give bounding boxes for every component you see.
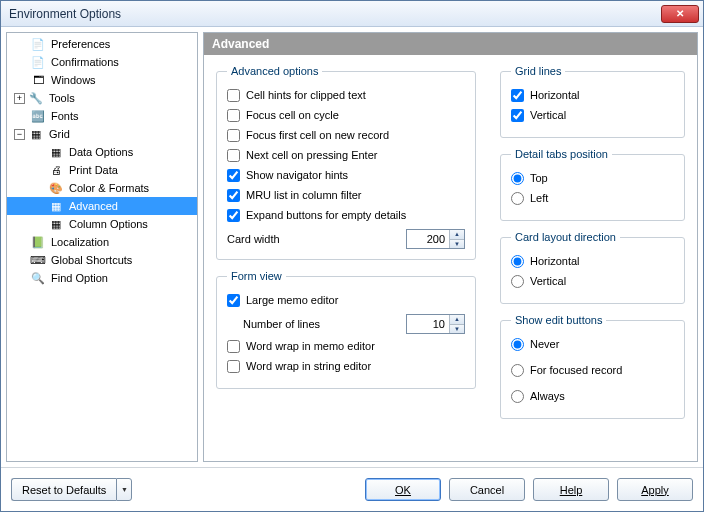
titlebar[interactable]: Environment Options ✕ bbox=[1, 1, 703, 27]
tree-item[interactable]: 🔍Find Option bbox=[7, 269, 197, 287]
close-icon: ✕ bbox=[676, 8, 684, 19]
detail-left-radio[interactable]: Left bbox=[511, 190, 674, 206]
spin-up-icon[interactable]: ▲ bbox=[450, 315, 464, 325]
tree-item-label: Tools bbox=[47, 92, 77, 104]
edit-focused-radio[interactable]: For focused record bbox=[511, 362, 674, 378]
tree-item-icon: 📄 bbox=[30, 54, 46, 70]
mru-filter-checkbox[interactable]: MRU list in column filter bbox=[227, 187, 465, 203]
wrap-string-checkbox[interactable]: Word wrap in string editor bbox=[227, 358, 465, 374]
tree-item-label: Advanced bbox=[67, 200, 120, 212]
advanced-options-legend: Advanced options bbox=[227, 65, 322, 77]
tree-item-label: Global Shortcuts bbox=[49, 254, 134, 266]
page-header: Advanced bbox=[204, 33, 697, 55]
tree-item[interactable]: 🔤Fonts bbox=[7, 107, 197, 125]
tree-item-label: Print Data bbox=[67, 164, 120, 176]
lines-input[interactable] bbox=[407, 315, 449, 333]
tree-item[interactable]: −▦Grid bbox=[7, 125, 197, 143]
large-memo-checkbox[interactable]: Large memo editor bbox=[227, 292, 465, 308]
tree-item[interactable]: 📗Localization bbox=[7, 233, 197, 251]
tree-item-icon: 🗔 bbox=[30, 72, 46, 88]
tree-item-label: Localization bbox=[49, 236, 111, 248]
lines-spinner[interactable]: ▲▼ bbox=[406, 314, 465, 334]
tree-item[interactable]: 📄Confirmations bbox=[7, 53, 197, 71]
tree-item-label: Data Options bbox=[67, 146, 135, 158]
nav-tree[interactable]: 📄Preferences📄Confirmations🗔Windows+🔧Tool… bbox=[6, 32, 198, 462]
tree-item[interactable]: 📄Preferences bbox=[7, 35, 197, 53]
edit-always-radio[interactable]: Always bbox=[511, 388, 674, 404]
window-title: Environment Options bbox=[9, 7, 121, 21]
detail-top-radio[interactable]: Top bbox=[511, 170, 674, 186]
tree-item[interactable]: ▦Advanced bbox=[7, 197, 197, 215]
card-width-input[interactable] bbox=[407, 230, 449, 248]
tree-item-icon: ⌨ bbox=[30, 252, 46, 268]
spin-up-icon[interactable]: ▲ bbox=[450, 230, 464, 240]
edit-buttons-legend: Show edit buttons bbox=[511, 314, 606, 326]
next-enter-checkbox[interactable]: Next cell on pressing Enter bbox=[227, 147, 465, 163]
expand-empty-checkbox[interactable]: Expand buttons for empty details bbox=[227, 207, 465, 223]
wrap-memo-checkbox[interactable]: Word wrap in memo editor bbox=[227, 338, 465, 354]
tree-item-label: Confirmations bbox=[49, 56, 121, 68]
detail-tabs-group: Detail tabs position Top Left bbox=[500, 148, 685, 221]
spin-down-icon[interactable]: ▼ bbox=[450, 240, 464, 249]
grid-lines-group: Grid lines Horizontal Vertical bbox=[500, 65, 685, 138]
spin-down-icon[interactable]: ▼ bbox=[450, 325, 464, 334]
lines-label: Number of lines bbox=[243, 318, 320, 330]
advanced-options-group: Advanced options Cell hints for clipped … bbox=[216, 65, 476, 260]
tree-item-label: Windows bbox=[49, 74, 98, 86]
focus-new-checkbox[interactable]: Focus first cell on new record bbox=[227, 127, 465, 143]
focus-cycle-checkbox[interactable]: Focus cell on cycle bbox=[227, 107, 465, 123]
help-button[interactable]: Help bbox=[533, 478, 609, 501]
tree-item[interactable]: 🗔Windows bbox=[7, 71, 197, 89]
tree-item-icon: ▦ bbox=[48, 144, 64, 160]
tree-item[interactable]: 🎨Color & Formats bbox=[7, 179, 197, 197]
nav-hints-checkbox[interactable]: Show navigator hints bbox=[227, 167, 465, 183]
tree-item-icon: 📗 bbox=[30, 234, 46, 250]
reset-defaults-dropdown[interactable]: ▼ bbox=[116, 478, 132, 501]
reset-defaults-split: Reset to Defaults ▼ bbox=[11, 478, 132, 501]
cancel-button[interactable]: Cancel bbox=[449, 478, 525, 501]
tree-item-label: Color & Formats bbox=[67, 182, 151, 194]
tree-item[interactable]: +🔧Tools bbox=[7, 89, 197, 107]
tree-item-icon: ▦ bbox=[48, 216, 64, 232]
dialog-footer: Reset to Defaults ▼ OK Cancel Help Apply bbox=[1, 467, 703, 511]
form-view-group: Form view Large memo editor Number of li… bbox=[216, 270, 476, 389]
card-width-label: Card width bbox=[227, 233, 280, 245]
cell-hints-checkbox[interactable]: Cell hints for clipped text bbox=[227, 87, 465, 103]
tree-item[interactable]: 🖨Print Data bbox=[7, 161, 197, 179]
card-layout-group: Card layout direction Horizontal Vertica… bbox=[500, 231, 685, 304]
close-button[interactable]: ✕ bbox=[661, 5, 699, 23]
tree-item[interactable]: ⌨Global Shortcuts bbox=[7, 251, 197, 269]
grid-horizontal-checkbox[interactable]: Horizontal bbox=[511, 87, 674, 103]
detail-tabs-legend: Detail tabs position bbox=[511, 148, 612, 160]
tree-item[interactable]: ▦Column Options bbox=[7, 215, 197, 233]
environment-options-dialog: Environment Options ✕ 📄Preferences📄Confi… bbox=[0, 0, 704, 512]
tree-item-icon: 🔧 bbox=[28, 90, 44, 106]
tree-item-icon: ▦ bbox=[28, 126, 44, 142]
tree-item-icon: 🔍 bbox=[30, 270, 46, 286]
card-vertical-radio[interactable]: Vertical bbox=[511, 273, 674, 289]
grid-lines-legend: Grid lines bbox=[511, 65, 565, 77]
apply-button[interactable]: Apply bbox=[617, 478, 693, 501]
tree-expander-icon[interactable]: − bbox=[14, 129, 25, 140]
dialog-body: 📄Preferences📄Confirmations🗔Windows+🔧Tool… bbox=[1, 27, 703, 467]
grid-vertical-checkbox[interactable]: Vertical bbox=[511, 107, 674, 123]
tree-expander-icon[interactable]: + bbox=[14, 93, 25, 104]
tree-item-icon: 🎨 bbox=[48, 180, 64, 196]
tree-item-label: Preferences bbox=[49, 38, 112, 50]
tree-item-label: Find Option bbox=[49, 272, 110, 284]
tree-item-label: Fonts bbox=[49, 110, 81, 122]
tree-item[interactable]: ▦Data Options bbox=[7, 143, 197, 161]
edit-never-radio[interactable]: Never bbox=[511, 336, 674, 352]
tree-item-icon: ▦ bbox=[48, 198, 64, 214]
tree-item-icon: 🖨 bbox=[48, 162, 64, 178]
ok-button[interactable]: OK bbox=[365, 478, 441, 501]
reset-defaults-button[interactable]: Reset to Defaults bbox=[11, 478, 116, 501]
card-width-spinner[interactable]: ▲▼ bbox=[406, 229, 465, 249]
tree-item-label: Grid bbox=[47, 128, 72, 140]
edit-buttons-group: Show edit buttons Never For focused reco… bbox=[500, 314, 685, 419]
form-view-legend: Form view bbox=[227, 270, 286, 282]
card-horizontal-radio[interactable]: Horizontal bbox=[511, 253, 674, 269]
card-layout-legend: Card layout direction bbox=[511, 231, 620, 243]
content-panel: Advanced Advanced options Cell hints for… bbox=[203, 32, 698, 462]
tree-item-icon: 📄 bbox=[30, 36, 46, 52]
